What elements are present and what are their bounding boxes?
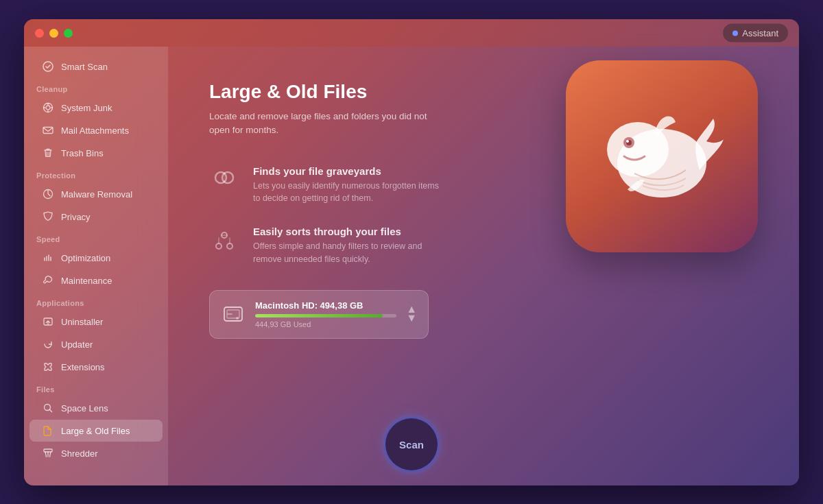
- updater-icon: [42, 338, 54, 350]
- updater-label: Updater: [61, 339, 93, 350]
- svg-point-11: [216, 243, 222, 249]
- mail-icon: [42, 124, 54, 136]
- sidebar-item-trash-bins[interactable]: Trash Bins: [29, 142, 163, 164]
- protection-section-label: Protection: [24, 165, 168, 182]
- sidebar-item-smart-scan[interactable]: Smart Scan: [29, 56, 163, 77]
- sidebar-item-space-lens[interactable]: Space Lens: [29, 397, 163, 419]
- disk-used-label: 444,93 GB Used: [255, 320, 396, 328]
- sidebar-item-optimization[interactable]: Optimization: [29, 247, 163, 269]
- system-junk-label: System Junk: [61, 103, 112, 113]
- smart-scan-label: Smart Scan: [61, 62, 108, 72]
- whale-illustration: [566, 60, 758, 252]
- space-lens-label: Space Lens: [61, 403, 108, 413]
- maintenance-icon: [42, 274, 54, 287]
- scan-button[interactable]: Scan: [384, 417, 439, 472]
- cleanup-section-label: Cleanup: [24, 78, 168, 96]
- sidebar: Smart Scan Cleanup System Junk Mail Att: [24, 47, 168, 485]
- page-subtitle: Locate and remove large files and folder…: [209, 110, 442, 138]
- optimization-label: Optimization: [61, 253, 110, 263]
- system-junk-icon: [42, 101, 54, 114]
- optimization-icon: [42, 252, 54, 264]
- trash-bins-label: Trash Bins: [61, 148, 104, 158]
- feature-sort-text: Easily sorts through your files Offers s…: [253, 226, 445, 266]
- malware-removal-label: Malware Removal: [61, 189, 132, 200]
- applications-section-label: Applications: [24, 292, 168, 310]
- shredder-icon: [42, 447, 54, 459]
- svg-point-9: [222, 172, 233, 183]
- sidebar-item-maintenance[interactable]: Maintenance: [29, 269, 163, 291]
- maintenance-label: Maintenance: [61, 276, 112, 286]
- disk-usage-bar: [255, 314, 396, 317]
- smart-scan-icon: [42, 60, 54, 73]
- disk-name: Macintosh HD: 494,38 GB: [255, 300, 396, 311]
- extensions-label: Extensions: [61, 362, 105, 372]
- svg-point-2: [46, 106, 50, 110]
- disk-info: Macintosh HD: 494,38 GB 444,93 GB Used: [255, 300, 396, 328]
- privacy-icon: [42, 211, 54, 223]
- sidebar-item-extensions[interactable]: Extensions: [29, 356, 163, 378]
- title-bar: Assistant: [24, 19, 799, 47]
- sidebar-item-system-junk[interactable]: System Junk: [29, 97, 163, 119]
- fullscreen-button[interactable]: [64, 29, 73, 38]
- uninstaller-icon: [42, 315, 54, 328]
- speed-section-label: Speed: [24, 228, 168, 246]
- sidebar-item-malware-removal[interactable]: Malware Removal: [29, 183, 163, 205]
- shredder-label: Shredder: [61, 448, 97, 459]
- trash-icon: [42, 147, 54, 159]
- sidebar-item-privacy[interactable]: Privacy: [29, 206, 163, 228]
- feature-sort-desc: Offers simple and handy filters to revie…: [253, 240, 445, 266]
- traffic-lights: [35, 29, 73, 38]
- mail-attachments-label: Mail Attachments: [61, 125, 129, 136]
- sidebar-item-mail-attachments[interactable]: Mail Attachments: [29, 119, 163, 141]
- svg-rect-3: [43, 128, 53, 134]
- svg-point-12: [227, 243, 232, 249]
- feature-sort-title: Easily sorts through your files: [253, 226, 445, 237]
- sidebar-item-large-old-files[interactable]: Large & Old Files: [29, 420, 163, 442]
- uninstaller-label: Uninstaller: [61, 317, 103, 327]
- whale-background: [566, 60, 758, 252]
- sort-files-icon: [209, 226, 239, 256]
- disk-chevron-icon: ▲ ▼: [406, 305, 417, 323]
- space-lens-icon: [42, 402, 54, 414]
- sidebar-item-updater[interactable]: Updater: [29, 333, 163, 355]
- feature-graveyards-title: Finds your file graveyards: [253, 165, 445, 177]
- disk-drive-icon: [221, 302, 246, 326]
- extensions-icon: [42, 361, 54, 373]
- close-button[interactable]: [35, 29, 44, 38]
- svg-point-15: [236, 317, 239, 320]
- files-section-label: Files: [24, 379, 168, 396]
- scan-button-container: Scan: [384, 417, 439, 472]
- minimize-button[interactable]: [49, 29, 58, 38]
- svg-point-20: [626, 140, 629, 143]
- disk-bar-fill: [255, 314, 383, 317]
- assistant-dot-icon: [732, 30, 738, 36]
- disk-selector[interactable]: Macintosh HD: 494,38 GB 444,93 GB Used ▲…: [209, 290, 429, 339]
- assistant-button[interactable]: Assistant: [723, 24, 788, 43]
- whale-svg: [593, 88, 730, 225]
- large-old-files-label: Large & Old Files: [61, 426, 130, 436]
- file-graveyards-icon: [209, 165, 239, 195]
- assistant-label: Assistant: [742, 28, 778, 38]
- privacy-label: Privacy: [61, 212, 91, 222]
- sidebar-item-uninstaller[interactable]: Uninstaller: [29, 311, 163, 333]
- malware-icon: [42, 188, 54, 200]
- large-old-files-icon: [42, 424, 54, 437]
- feature-graveyards-text: Finds your file graveyards Lets you easi…: [253, 165, 445, 206]
- feature-graveyards-desc: Lets you easily identify numerous forgot…: [253, 180, 445, 206]
- sidebar-item-shredder[interactable]: Shredder: [29, 442, 163, 464]
